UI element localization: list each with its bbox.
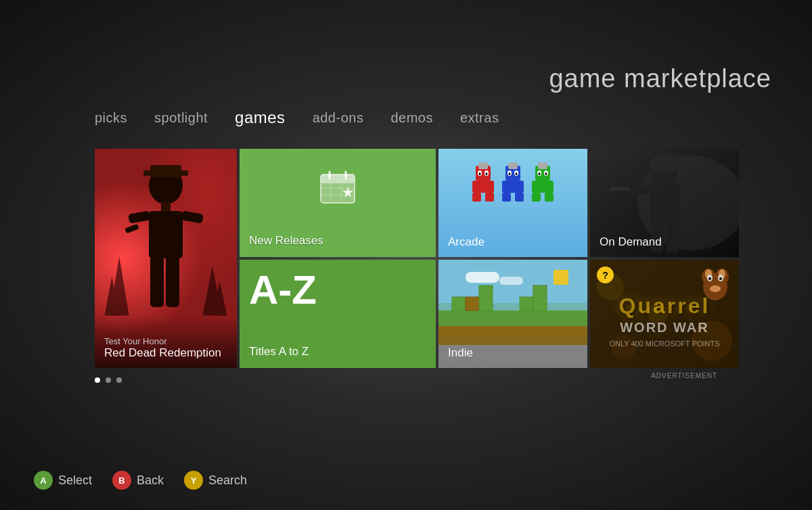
svg-rect-59 bbox=[438, 310, 587, 327]
svg-rect-27 bbox=[485, 193, 494, 202]
pagination-dot-1[interactable] bbox=[95, 377, 100, 383]
az-big-letter: A-Z bbox=[249, 270, 317, 310]
game-grid: New Releases bbox=[95, 149, 739, 368]
svg-point-40 bbox=[516, 172, 518, 175]
tab-add-ons[interactable]: add-ons bbox=[313, 110, 364, 126]
svg-rect-62 bbox=[452, 297, 466, 310]
tile-quarrel[interactable]: ? Quarrel WORD WAR ONLY 400 MICROSOFT PO… bbox=[590, 260, 739, 368]
back-hint: B Back bbox=[112, 471, 164, 490]
svg-point-74 bbox=[612, 335, 636, 360]
svg-rect-57 bbox=[666, 222, 678, 252]
select-label: Select bbox=[58, 473, 92, 488]
select-hint: A Select bbox=[34, 471, 92, 490]
new-releases-label: New Releases bbox=[249, 234, 323, 248]
back-label: Back bbox=[137, 473, 164, 488]
pagination-dot-2[interactable] bbox=[106, 377, 111, 383]
svg-rect-16 bbox=[161, 202, 171, 212]
svg-rect-22 bbox=[166, 256, 179, 307]
svg-rect-45 bbox=[545, 193, 554, 202]
indie-label: Indie bbox=[448, 346, 473, 360]
svg-rect-33 bbox=[508, 162, 518, 169]
tab-picks[interactable]: picks bbox=[95, 110, 127, 126]
svg-rect-65 bbox=[520, 297, 533, 310]
svg-rect-42 bbox=[538, 162, 547, 169]
tab-spotlight[interactable]: spotlight bbox=[154, 110, 208, 126]
svg-rect-55 bbox=[610, 187, 629, 191]
svg-rect-36 bbox=[515, 193, 524, 202]
svg-point-30 bbox=[479, 172, 481, 175]
svg-point-31 bbox=[486, 172, 488, 175]
svg-rect-17 bbox=[149, 211, 183, 258]
new-releases-icon bbox=[317, 169, 358, 214]
quarrel-bg: ? Quarrel WORD WAR ONLY 400 MICROSOFT PO… bbox=[590, 260, 739, 368]
tab-demos[interactable]: demos bbox=[390, 110, 433, 126]
b-button: B bbox=[112, 471, 131, 490]
svg-point-72 bbox=[692, 321, 732, 361]
rdr-title: Red Dead Redemption bbox=[104, 346, 227, 360]
svg-point-85 bbox=[710, 285, 721, 292]
quarrel-question-icon: ? bbox=[597, 266, 614, 283]
svg-rect-20 bbox=[125, 224, 139, 233]
tile-indie[interactable]: Indie bbox=[438, 260, 587, 368]
tile-arcade[interactable]: Arcade bbox=[438, 149, 587, 257]
svg-point-39 bbox=[509, 172, 511, 175]
svg-rect-34 bbox=[502, 181, 524, 193]
rdr-label: Test Your Honor Red Dead Redemption bbox=[95, 316, 237, 368]
svg-rect-18 bbox=[128, 210, 151, 223]
a-button: A bbox=[34, 471, 53, 490]
svg-rect-60 bbox=[438, 326, 587, 346]
pagination-dots bbox=[95, 377, 122, 383]
svg-rect-21 bbox=[150, 256, 164, 307]
search-hint: Y Search bbox=[184, 471, 247, 490]
svg-point-52 bbox=[650, 154, 679, 173]
tile-on-demand[interactable]: On Demand bbox=[590, 149, 739, 257]
svg-rect-25 bbox=[472, 181, 494, 193]
advertisement-label: ADVERTISEMENT bbox=[651, 372, 717, 379]
svg-rect-26 bbox=[472, 193, 481, 202]
svg-rect-64 bbox=[479, 285, 493, 311]
svg-point-84 bbox=[719, 277, 722, 280]
svg-rect-69 bbox=[499, 277, 523, 285]
tab-games[interactable]: games bbox=[235, 108, 286, 127]
svg-rect-43 bbox=[532, 181, 554, 193]
arcade-label: Arcade bbox=[448, 235, 484, 249]
rdr-sub: Test Your Honor bbox=[104, 336, 227, 346]
svg-point-48 bbox=[539, 172, 541, 175]
svg-rect-15 bbox=[150, 165, 181, 177]
tile-rdr[interactable]: Test Your Honor Red Dead Redemption bbox=[95, 149, 237, 368]
search-label: Search bbox=[208, 473, 247, 488]
az-label: Titles A to Z bbox=[249, 345, 309, 358]
svg-rect-44 bbox=[532, 193, 541, 202]
tile-az[interactable]: A-Z Titles A to Z bbox=[240, 260, 436, 368]
svg-point-49 bbox=[545, 172, 547, 175]
svg-point-73 bbox=[648, 304, 668, 324]
svg-rect-1 bbox=[321, 175, 355, 183]
pagination-dot-3[interactable] bbox=[116, 377, 122, 383]
svg-point-83 bbox=[708, 277, 711, 280]
page-title: game marketplace bbox=[549, 64, 771, 93]
tab-extras[interactable]: extras bbox=[460, 110, 499, 126]
svg-rect-19 bbox=[181, 210, 204, 223]
tile-new-releases[interactable]: New Releases bbox=[240, 149, 436, 257]
svg-rect-53 bbox=[650, 183, 679, 223]
svg-rect-35 bbox=[502, 193, 511, 202]
y-button: Y bbox=[184, 471, 203, 490]
svg-rect-67 bbox=[554, 270, 568, 285]
svg-rect-66 bbox=[533, 285, 547, 311]
on-demand-label: On Demand bbox=[600, 235, 662, 249]
svg-rect-24 bbox=[478, 162, 488, 169]
svg-rect-68 bbox=[466, 272, 499, 283]
nav-tabs: picks spotlight games add-ons demos extr… bbox=[95, 108, 499, 127]
svg-rect-63 bbox=[466, 297, 479, 310]
bottom-bar: A Select B Back Y Search bbox=[34, 471, 247, 490]
